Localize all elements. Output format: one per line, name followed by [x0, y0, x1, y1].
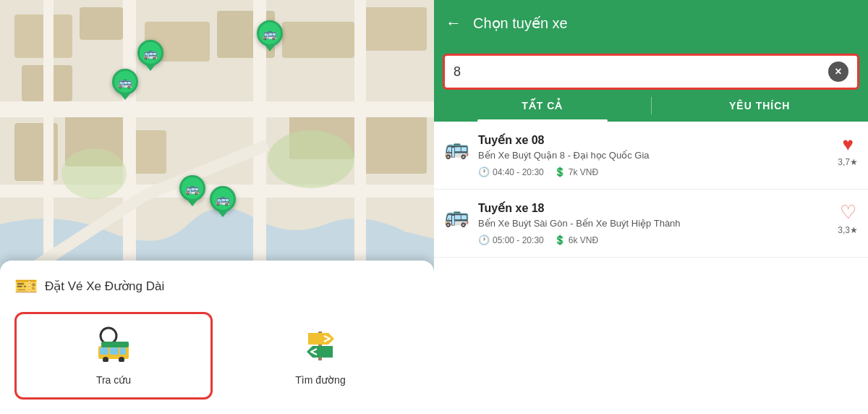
- svg-rect-12: [362, 116, 427, 174]
- search-container: ×: [434, 46, 868, 90]
- back-button[interactable]: ←: [446, 14, 461, 33]
- search-box: ×: [443, 54, 859, 90]
- bus-icon-18: 🚌: [444, 204, 469, 228]
- header: ← Chọn tuyến xe: [434, 0, 868, 46]
- route-list: 🚌 Tuyến xe 08 Bến Xe Buýt Quận 8 - Đại h…: [434, 122, 868, 414]
- clear-button[interactable]: ×: [828, 62, 848, 82]
- rating-score-08: 3,7★: [838, 157, 858, 167]
- svg-rect-13: [0, 101, 434, 117]
- time-value-08: 04:40 - 20:30: [493, 167, 544, 177]
- price-value-18: 6k VNĐ: [569, 235, 598, 245]
- svg-rect-26: [100, 347, 109, 355]
- svg-rect-2: [80, 7, 123, 40]
- route-meta-18: 🕐 05:00 - 20:30 💲 6k VNĐ: [478, 235, 829, 245]
- tra-cuu-label: Tra cứu: [96, 374, 131, 386]
- price-value-08: 7k VNĐ: [569, 167, 598, 177]
- svg-rect-29: [101, 342, 129, 347]
- route-meta-08: 🕐 04:40 - 20:30 💲 7k VNĐ: [478, 166, 829, 177]
- card-title: 🎫 Đặt Vé Xe Đường Dài: [14, 275, 420, 297]
- heart-filled-icon[interactable]: ♥: [842, 133, 853, 156]
- rating-score-18: 3,3★: [838, 225, 858, 235]
- time-18: 🕐 05:00 - 20:30: [478, 235, 544, 245]
- bus-stop-marker: 🚌: [257, 20, 283, 46]
- bottom-card: 🎫 Đặt Vé Xe Đường Dài: [0, 261, 434, 414]
- route-info-18: Tuyến xe 18 Bến Xe Buýt Sài Gòn - Bến Xe…: [478, 201, 829, 245]
- search-input[interactable]: [454, 64, 822, 80]
- price-08: 💲 7k VNĐ: [554, 166, 598, 177]
- clock-icon: 🕐: [478, 166, 490, 177]
- clock-icon-18: 🕐: [478, 235, 490, 245]
- time-08: 🕐 04:40 - 20:30: [478, 166, 544, 177]
- route-item-18[interactable]: 🚌 Tuyến xe 18 Bến Xe Buýt Sài Gòn - Bến …: [434, 190, 868, 258]
- heart-outline-icon[interactable]: ♡: [840, 201, 856, 224]
- action-tra-cuu[interactable]: Tra cứu: [14, 312, 213, 400]
- svg-point-21: [268, 130, 354, 188]
- price-18: 💲 6k VNĐ: [554, 235, 598, 245]
- right-panel: ← Chọn tuyến xe × TẤT CẢ YÊU THÍCH 🚌 Tuy…: [434, 0, 868, 414]
- map-panel: 🚌 🚌 🚌 🚌 🚌 🎫 Đặt Vé Xe Đường Dài: [0, 0, 434, 414]
- tabs: TẤT CẢ YÊU THÍCH: [434, 90, 868, 122]
- route-rating-18: ♡ 3,3★: [838, 201, 858, 235]
- svg-rect-27: [110, 347, 119, 355]
- header-title: Chọn tuyến xe: [473, 14, 568, 32]
- bus-stop-marker: 🚌: [137, 40, 163, 66]
- route-item-08[interactable]: 🚌 Tuyến xe 08 Bến Xe Buýt Quận 8 - Đại h…: [434, 122, 868, 190]
- price-icon-18: 💲: [554, 235, 566, 245]
- action-tim-duong[interactable]: Tìm đường: [221, 312, 420, 400]
- svg-point-22: [61, 148, 127, 199]
- price-icon: 💲: [554, 166, 566, 177]
- card-title-text: Đặt Vé Xe Đường Dài: [45, 279, 164, 294]
- bus-stop-marker: 🚌: [112, 69, 138, 95]
- time-value-18: 05:00 - 20:30: [493, 235, 544, 245]
- bus-stop-marker: 🚌: [210, 186, 236, 212]
- route-desc-18: Bến Xe Buýt Sài Gòn - Bến Xe Buýt Hiệp T…: [478, 217, 829, 230]
- route-name-08: Tuyến xe 08: [478, 133, 829, 147]
- route-rating-08: ♥ 3,7★: [838, 133, 858, 167]
- tim-duong-label: Tìm đường: [295, 374, 345, 386]
- ticket-icon: 🎫: [14, 275, 38, 297]
- tab-tat-ca[interactable]: TẤT CẢ: [434, 90, 651, 122]
- route-info-08: Tuyến xe 08 Bến Xe Buýt Quận 8 - Đại học…: [478, 133, 829, 177]
- route-desc-08: Bến Xe Buýt Quận 8 - Đại học Quốc Gia: [478, 149, 829, 162]
- svg-rect-6: [282, 22, 354, 58]
- tim-duong-icon: [301, 326, 340, 368]
- route-name-18: Tuyến xe 18: [478, 201, 829, 215]
- bus-icon: 🚌: [444, 136, 469, 160]
- tab-yeu-thich[interactable]: YÊU THÍCH: [652, 90, 869, 122]
- svg-rect-28: [120, 347, 126, 355]
- card-actions: Tra cứu: [14, 312, 420, 400]
- bus-stop-marker: 🚌: [179, 175, 205, 201]
- tra-cuu-icon: [94, 326, 133, 368]
